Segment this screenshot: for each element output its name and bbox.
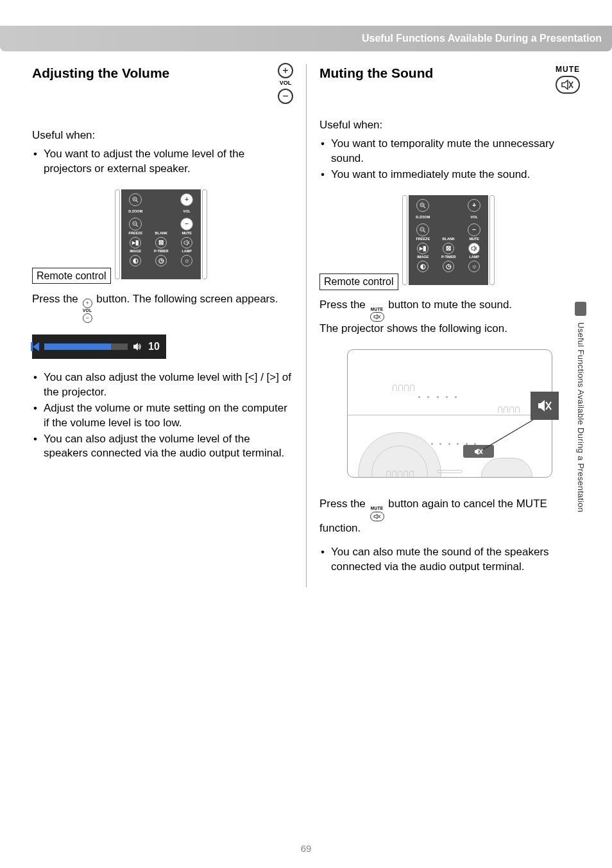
svg-line-19 — [423, 230, 425, 232]
text-fragment: button to mute the sound. — [388, 299, 512, 311]
remote-mute-label: MUTE — [469, 238, 479, 241]
remote-vol-minus-icon: − — [468, 223, 480, 236]
intro-bullets-right: You want to temporality mute the unneces… — [319, 137, 580, 182]
mute-label: MUTE — [556, 64, 580, 74]
text-fragment: Press the — [319, 299, 369, 311]
svg-marker-21 — [472, 246, 475, 251]
useful-when-label: Useful when: — [319, 118, 580, 133]
remote-blank-icon: ⊠ — [443, 243, 454, 254]
text-fragment: Press the — [319, 498, 369, 510]
press-vol-instruction: Press the + VOL − button. The following … — [32, 292, 293, 324]
svg-line-15 — [423, 206, 425, 208]
list-item: You can also adjust the volume level of … — [33, 432, 293, 462]
remote-lamp-label: LAMP — [182, 250, 192, 254]
remote-mute-icon — [181, 237, 192, 248]
press-mute-instruction: Press the MUTE button to mute the sound.… — [319, 298, 580, 336]
vol-label: VOL — [280, 80, 292, 87]
remote-ptimer-label: P-TIMER — [154, 250, 169, 254]
inline-mute-icon: MUTE — [370, 307, 384, 322]
vol-button-graphic: + VOL − — [278, 63, 293, 104]
mute-callout-icon — [531, 392, 559, 420]
remote-dzoom-label: D.ZOOM — [416, 216, 430, 220]
svg-marker-7 — [184, 240, 187, 245]
list-item: You can also adjust the volume level wit… — [33, 370, 293, 400]
remote-freeze-label: FREEZE — [416, 238, 430, 241]
side-tab-text: Useful Functions Available During a Pres… — [575, 322, 586, 512]
press-mute-again-instruction: Press the MUTE button again to cancel th… — [319, 497, 580, 535]
remote-vol-label: VOL — [183, 210, 191, 214]
section-title-volume: Adjusting the Volume — [32, 64, 169, 82]
svg-line-5 — [136, 225, 138, 227]
svg-marker-11 — [562, 80, 568, 89]
remote-ptimer-icon: ◷ — [443, 261, 454, 272]
page-number: 69 — [0, 842, 612, 855]
speaker-icon — [133, 342, 142, 351]
section-title-mute: Muting the Sound — [319, 64, 433, 82]
remote-control-label: Remote control — [319, 273, 398, 290]
remote-blank-label: BLANK — [443, 238, 455, 241]
svg-marker-27 — [475, 448, 479, 455]
mute-notes-list: You can also mute the sound of the speak… — [319, 545, 580, 575]
projector-mute-indicator — [463, 445, 494, 458]
list-item: You want to temporality mute the unneces… — [321, 137, 580, 166]
remote-mute-label: MUTE — [182, 232, 192, 236]
projector-illustration — [347, 349, 552, 478]
remote-lamp-label: LAMP — [469, 256, 479, 259]
vol-minus-icon: − — [278, 89, 293, 104]
side-tab: Useful Functions Available During a Pres… — [575, 302, 586, 546]
remote-panel-mute: + D.ZOOM VOL − FREEZE BLANK MUTE ▸▮ ⊠ IM… — [401, 195, 496, 285]
list-item: Adjust the volume or mute setting on the… — [33, 401, 293, 431]
vol-plus-icon: + — [278, 63, 293, 78]
remote-zoom-in-icon — [129, 193, 142, 206]
svg-marker-24 — [374, 315, 377, 319]
volume-notes-list: You can also adjust the volume level wit… — [32, 370, 293, 462]
remote-blank-icon: ⊠ — [155, 237, 167, 248]
remote-dzoom-label: D.ZOOM — [128, 210, 142, 214]
list-item: You want to immediately mute the sound. — [321, 168, 580, 182]
remote-image-label: IMAGE — [130, 250, 141, 254]
text-fragment: The projector shows the following icon. — [319, 322, 507, 334]
text-fragment: button. The following screen appears. — [96, 293, 278, 305]
header-text: Useful Functions Available During a Pres… — [362, 31, 602, 46]
column-mute-sound: Muting the Sound MUTE Useful when: You w… — [306, 64, 580, 587]
inline-vol-icon: + VOL − — [83, 299, 92, 324]
remote-blank-label: BLANK — [155, 232, 167, 236]
remote-zoom-out-icon — [129, 218, 142, 230]
volume-value: 10 — [148, 340, 160, 354]
remote-image-label: IMAGE — [417, 256, 429, 259]
list-item: You want to adjust the volume level of t… — [33, 147, 293, 177]
svg-line-1 — [136, 200, 138, 202]
svg-marker-10 — [133, 343, 138, 351]
remote-vol-plus-icon: + — [468, 199, 480, 212]
remote-zoom-in-icon — [416, 199, 429, 212]
intro-bullets-left: You want to adjust the volume level of t… — [32, 147, 293, 177]
remote-vol-minus-icon: − — [180, 218, 193, 230]
remote-lamp-icon: ☼ — [181, 255, 192, 266]
remote-freeze-icon: ▸▮ — [417, 243, 429, 254]
remote-ptimer-label: P-TIMER — [441, 256, 456, 259]
mute-speaker-icon — [556, 76, 580, 94]
remote-freeze-label: FREEZE — [128, 232, 142, 236]
column-adjust-volume: Adjusting the Volume + VOL − Useful when… — [32, 64, 306, 587]
remote-control-label: Remote control — [32, 268, 111, 284]
text-fragment: Press the — [32, 293, 81, 305]
svg-marker-30 — [538, 400, 545, 412]
svg-marker-34 — [374, 514, 377, 519]
remote-freeze-icon: ▸▮ — [130, 237, 141, 248]
useful-when-label: Useful when: — [32, 128, 293, 143]
remote-lamp-icon: ☼ — [468, 261, 480, 272]
remote-vol-label: VOL — [471, 216, 478, 220]
remote-image-icon: ◐ — [130, 255, 141, 266]
remote-panel-volume: + D.ZOOM VOL − FREEZE BLANK MUTE ▸▮ ⊠ IM… — [114, 189, 208, 279]
remote-image-icon: ◐ — [417, 261, 429, 272]
remote-vol-plus-icon: + — [180, 193, 193, 206]
inline-mute-icon: MUTE — [370, 506, 384, 521]
list-item: You can also mute the sound of the speak… — [321, 545, 580, 575]
remote-zoom-out-icon — [416, 223, 429, 236]
remote-mute-icon — [468, 243, 480, 254]
mute-button-graphic: MUTE — [556, 64, 580, 94]
volume-osd-graphic: 10 — [32, 334, 166, 359]
section-header: Useful Functions Available During a Pres… — [0, 26, 612, 51]
remote-ptimer-icon: ◷ — [155, 255, 167, 266]
